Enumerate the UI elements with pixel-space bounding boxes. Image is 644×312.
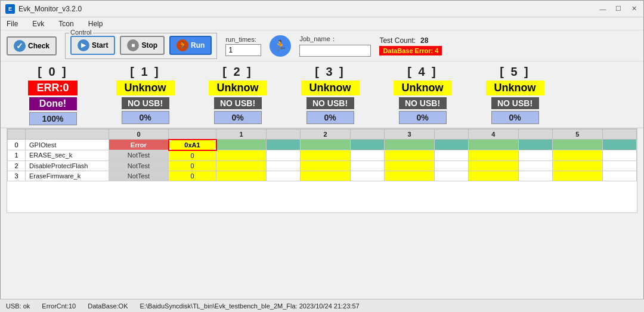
table-header-row: 0 1 2 3 4 5	[8, 129, 637, 140]
row-0-c1b	[266, 140, 300, 150]
col-2-status: Unknow	[209, 81, 267, 95]
col-2-substatus: NO USB!	[214, 97, 262, 109]
th-col2-spacer	[350, 129, 384, 140]
row-3-c5	[552, 171, 602, 181]
minimize-button[interactable]: —	[598, 4, 608, 14]
row-2-c5b	[602, 160, 636, 171]
row-0-c4b	[518, 140, 552, 150]
menu-help[interactable]: Help	[85, 18, 107, 29]
th-col1: 1	[216, 129, 267, 140]
stop-button[interactable]: ■ Stop	[120, 36, 165, 55]
row-num-3: 3	[8, 171, 26, 181]
start-button[interactable]: ▶ Start	[70, 36, 115, 55]
run-button[interactable]: 🏃 Run	[169, 36, 212, 55]
test-count-label: Test Count:	[379, 36, 416, 45]
check-button[interactable]: ✓ Check	[7, 36, 57, 55]
row-1-c5	[552, 150, 602, 161]
row-3-c4b	[518, 171, 552, 181]
app-icon: E	[5, 4, 15, 14]
maximize-button[interactable]: ☐	[614, 4, 623, 14]
job-name-input[interactable]	[299, 45, 371, 57]
row-0-c5	[552, 140, 602, 150]
th-col4-spacer	[518, 129, 552, 140]
column-2: [ 2 ] Unknow NO USB! 0%	[191, 65, 284, 125]
test-count-group: Test Count: 28 DataBase Error: 4	[379, 36, 442, 55]
window-controls: — ☐ ✕	[598, 4, 639, 14]
db-error-badge: DataBase Error: 4	[379, 46, 442, 55]
status-error-cnt: ErrorCnt:10	[42, 302, 76, 310]
col-5-index: [ 5 ]	[500, 65, 530, 79]
row-2-c4b	[518, 160, 552, 171]
menu-evk[interactable]: Evk	[29, 18, 48, 29]
row-1-col0-value: 0	[169, 150, 216, 161]
status-path: E:\BaiduSyncdisk\TL_bin\Evk_testbench_bl…	[140, 302, 359, 310]
row-3-col0-value: 0	[169, 171, 216, 181]
th-col3-spacer	[434, 129, 468, 140]
row-3-col0-status: NotTest	[109, 171, 169, 181]
results-table: 0 1 2 3 4 5 0 GPIOtest	[7, 129, 637, 181]
row-3-c3b	[434, 171, 468, 181]
job-name-label: Job_name：	[299, 35, 371, 44]
col-3-substatus: NO USB!	[306, 97, 354, 109]
table-wrapper[interactable]: 0 1 2 3 4 5 0 GPIOtest	[7, 129, 637, 212]
th-col2: 2	[300, 129, 350, 140]
col-1-status: Unknow	[116, 81, 175, 95]
test-count-value: 28	[420, 36, 428, 45]
row-3-c4	[468, 171, 518, 181]
row-2-c1	[216, 160, 267, 171]
control-label: Control	[69, 29, 92, 36]
control-group: Control ▶ Start ■ Stop 🏃 Run	[65, 33, 217, 59]
stop-icon: ■	[127, 39, 139, 51]
run-times-input[interactable]	[225, 44, 261, 56]
row-2-c2b	[350, 160, 384, 171]
row-0-c3	[384, 140, 434, 150]
col-2-progress: 0%	[214, 111, 262, 124]
col-4-progress: 0%	[399, 111, 447, 124]
col-3-status: Unknow	[301, 81, 360, 95]
col-1-substatus: NO USB!	[122, 97, 169, 109]
col-2-index: [ 2 ]	[222, 65, 253, 79]
row-3-c1	[216, 171, 267, 181]
row-2-c2	[300, 160, 350, 171]
close-button[interactable]: ✕	[629, 4, 639, 14]
column-5: [ 5 ] Unknow NO USB! 0%	[469, 65, 561, 125]
col-4-index: [ 4 ]	[407, 65, 438, 79]
row-0-c2	[300, 140, 350, 150]
row-2-c1b	[266, 160, 300, 171]
table-row: 3 EraseFirmware_k NotTest 0	[8, 171, 637, 181]
title-bar: E Evk_Monitor_v3.2.0 — ☐ ✕	[1, 1, 643, 17]
row-name-3: EraseFirmware_k	[26, 171, 109, 181]
col-4-status: Unknow	[394, 81, 452, 95]
th-col4: 4	[468, 129, 518, 140]
row-0-c5b	[602, 140, 636, 150]
menu-bar: File Evk Tcon Help	[1, 17, 643, 30]
col-1-index: [ 1 ]	[130, 65, 160, 79]
start-icon: ▶	[78, 39, 89, 51]
th-col0-val	[169, 129, 216, 140]
row-3-c2b	[350, 171, 384, 181]
col-0-status: ERR:0	[28, 81, 77, 95]
table-row: 2 DisableProtectFlash NotTest 0	[8, 160, 637, 171]
row-0-c2b	[350, 140, 384, 150]
menu-tcon[interactable]: Tcon	[55, 18, 77, 29]
col-0-index: [ 0 ]	[38, 65, 68, 79]
th-col5: 5	[552, 129, 602, 140]
menu-file[interactable]: File	[3, 18, 21, 29]
row-2-c3b	[434, 160, 468, 171]
th-empty	[8, 129, 26, 140]
row-num-1: 1	[8, 150, 26, 161]
row-1-c2	[300, 150, 350, 161]
row-2-col0-status: NotTest	[109, 160, 169, 171]
col-5-status: Unknow	[486, 81, 544, 95]
row-1-c3b	[434, 150, 468, 161]
th-col3: 3	[384, 129, 434, 140]
run-times-group: run_times:	[225, 36, 261, 56]
run-circle-icon[interactable]: 🏃	[270, 35, 291, 57]
row-num-2: 2	[8, 160, 26, 171]
row-name-0: GPIOtest	[26, 140, 109, 150]
row-1-c5b	[602, 150, 636, 161]
row-1-col0-status: NotTest	[109, 150, 169, 161]
row-1-c1b	[266, 150, 300, 161]
row-name-1: ERASE_sec_k	[26, 150, 109, 161]
run-icon: 🏃	[177, 39, 188, 51]
